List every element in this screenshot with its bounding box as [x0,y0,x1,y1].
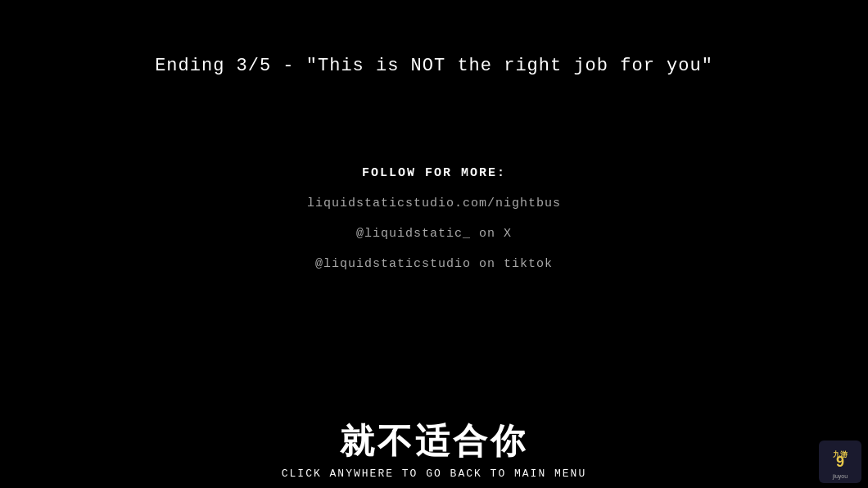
click-anywhere-prompt: CLICK ANYWHERE TO GO BACK TO MAIN MENU [282,468,586,480]
link-twitter[interactable]: @liquidstatic_ on X [356,227,512,241]
follow-label: FOLLOW FOR MORE: [362,166,506,180]
jiuyou-badge: 九游 9 jiuyou [819,441,861,483]
chinese-subtitle: 就不适合你 [340,418,528,464]
follow-section: FOLLOW FOR MORE: liquidstaticstudio.com/… [307,166,561,271]
link-tiktok[interactable]: @liquidstaticstudio on tiktok [315,257,553,271]
svg-text:jiuyou: jiuyou [832,473,848,480]
link-website[interactable]: liquidstaticstudio.com/nightbus [307,197,561,210]
svg-text:9: 9 [836,454,844,470]
ending-title: Ending 3/5 - "This is NOT the right job … [155,56,713,76]
bottom-section[interactable]: 就不适合你 CLICK ANYWHERE TO GO BACK TO MAIN … [0,418,868,488]
